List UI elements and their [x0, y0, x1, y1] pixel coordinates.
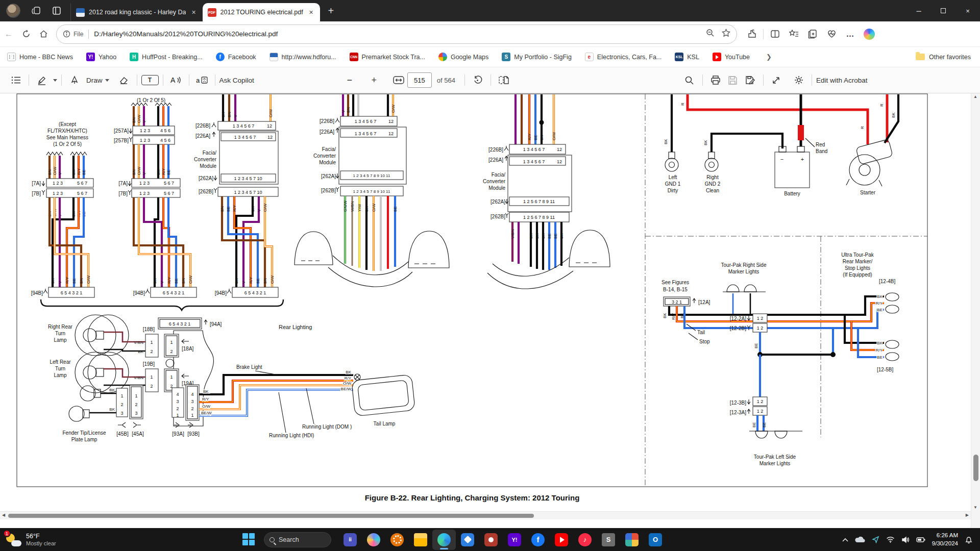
draw-label[interactable]: Draw — [86, 77, 103, 84]
taskbar-app-yahoo[interactable]: Y! — [503, 530, 526, 550]
edit-with-acrobat-button[interactable]: Edit with Acrobat — [816, 77, 868, 84]
connector-label: [18A] — [182, 346, 194, 352]
horizontal-scroll-thumb[interactable] — [8, 514, 534, 518]
browser-essentials-icon[interactable] — [824, 27, 839, 42]
scroll-left-arrow[interactable]: ◀ — [2, 513, 5, 517]
horizontal-scrollbar[interactable]: ◀ ▶ — [0, 511, 971, 519]
taskbar-app-paint[interactable] — [620, 530, 644, 550]
back-icon[interactable]: ← — [0, 26, 17, 43]
favorite-item[interactable]: http://www.hdforu... — [270, 53, 336, 61]
notification-bell-icon[interactable] — [965, 536, 973, 544]
scroll-up-arrow[interactable]: ▲ — [973, 94, 977, 99]
page-view-icon[interactable] — [495, 71, 512, 89]
favorites-overflow-chevron[interactable]: ❯ — [766, 53, 772, 61]
favorite-item[interactable]: HHuffPost - Breaking... — [130, 53, 203, 61]
favorite-item[interactable]: eElectronics, Cars, Fa... — [585, 53, 662, 61]
profile-avatar[interactable] — [6, 4, 20, 18]
table-of-contents-icon[interactable] — [7, 71, 24, 89]
taskbar-app-red[interactable] — [479, 530, 503, 550]
favorite-item[interactable]: fFacebook — [216, 53, 256, 61]
pdf-settings-gear-icon[interactable] — [790, 71, 807, 89]
workspaces-icon[interactable] — [32, 6, 41, 15]
split-screen-icon[interactable] — [767, 27, 782, 42]
url-field[interactable]: File D:/Harley%20Manuals/2012%20TOURING%… — [56, 24, 737, 44]
search-document-icon[interactable] — [681, 71, 698, 89]
highlighter-icon[interactable] — [33, 71, 51, 89]
favorite-item[interactable]: KSLKSL — [675, 53, 699, 61]
translate-icon[interactable]: a — [193, 71, 211, 89]
taskbar-app-file-explorer[interactable] — [409, 530, 432, 550]
wire-label: R/Y — [65, 277, 69, 284]
eraser-icon[interactable] — [115, 71, 133, 89]
favorite-item[interactable]: Y!Yahoo — [86, 53, 116, 61]
settings-menu-icon[interactable]: … — [843, 27, 858, 42]
taskbar-app-facebook[interactable]: f — [526, 530, 550, 550]
extensions-icon[interactable] — [744, 27, 760, 42]
wifi-icon[interactable] — [886, 536, 895, 543]
taskbar-app-photos[interactable] — [456, 530, 479, 550]
ask-copilot-button[interactable]: Ask Copilot — [219, 77, 254, 84]
tab-touring-pdf[interactable]: 2012 TOURING electrical.pdf × — [203, 3, 320, 21]
start-button[interactable] — [242, 533, 256, 546]
taskbar-app-outlook[interactable]: O — [644, 530, 667, 550]
location-icon[interactable] — [872, 536, 879, 543]
print-icon[interactable] — [707, 71, 724, 89]
zoom-in-icon[interactable]: + — [365, 71, 383, 89]
read-aloud-icon[interactable]: A — [167, 71, 185, 89]
rotate-icon[interactable] — [469, 71, 486, 89]
copilot-icon[interactable] — [862, 27, 877, 42]
new-tab-button[interactable]: + — [328, 5, 334, 17]
vertical-scroll-thumb[interactable] — [973, 455, 978, 481]
favorite-item[interactable]: ⋮⋮Home - BBC News — [7, 53, 73, 61]
scroll-right-arrow[interactable]: ▶ — [966, 513, 969, 517]
favorite-item[interactable]: Google Maps — [438, 53, 488, 61]
volume-icon[interactable] — [901, 536, 910, 543]
minimize-button[interactable]: ─ — [906, 0, 931, 21]
collections-icon[interactable] — [805, 27, 820, 42]
favorite-item[interactable]: CNNPremarket Stock Tra... — [350, 53, 425, 61]
favorite-item[interactable]: SMy Portfolio - SigFig — [502, 53, 572, 61]
tab-list-icon[interactable] — [52, 6, 61, 15]
favorite-star-icon[interactable] — [722, 29, 730, 39]
vertical-scrollbar[interactable]: ▲ ▼ — [971, 93, 980, 528]
taskbar-app-copilot[interactable] — [362, 530, 385, 550]
scroll-down-arrow[interactable]: ▼ — [973, 505, 977, 510]
page-number-input[interactable] — [407, 72, 432, 88]
tab-close-icon[interactable]: × — [190, 8, 197, 16]
browser-action-icons: … — [744, 27, 877, 42]
zoom-out-icon[interactable]: − — [341, 71, 358, 89]
ground-label: Clean — [706, 188, 719, 193]
tray-chevron-icon[interactable] — [842, 538, 848, 542]
taskbar-app-edge-active[interactable] — [432, 530, 456, 550]
onedrive-icon[interactable] — [855, 536, 865, 543]
highlighter-dropdown-caret[interactable] — [53, 79, 57, 82]
tab-close-icon[interactable]: × — [307, 8, 314, 16]
taskbar-app-s[interactable]: S — [597, 530, 620, 550]
wire-label: Y/W — [357, 204, 362, 212]
taskbar-search[interactable]: Search — [264, 532, 331, 547]
fullscreen-icon[interactable] — [768, 71, 785, 89]
close-button[interactable]: × — [955, 0, 980, 21]
favorite-item[interactable]: YouTube — [713, 53, 750, 61]
home-icon[interactable] — [35, 26, 52, 43]
zoom-out-page-icon[interactable] — [706, 29, 715, 39]
taskbar-app-youtube[interactable] — [550, 530, 573, 550]
maximize-button[interactable] — [931, 0, 955, 21]
save-icon[interactable] — [724, 71, 742, 89]
add-text-icon[interactable]: T — [141, 75, 159, 85]
save-as-icon[interactable] — [742, 71, 759, 89]
battery-icon[interactable] — [916, 537, 925, 543]
favorites-list-icon[interactable] — [786, 27, 801, 42]
fit-to-width-icon[interactable] — [390, 71, 407, 89]
other-favorites-button[interactable]: Other favorites — [916, 54, 971, 61]
clock-widget[interactable]: 6:26 AM 9/30/2024 — [932, 532, 958, 547]
taskbar-app-teams[interactable]: ii — [338, 530, 362, 550]
draw-dropdown-caret[interactable] — [105, 79, 109, 82]
refresh-icon[interactable] — [17, 26, 35, 43]
taskbar-app-music[interactable]: ♪ — [573, 530, 597, 550]
weather-widget[interactable]: 1 56°F Mostly clear — [0, 533, 112, 547]
taskbar-app-settings[interactable] — [385, 530, 409, 550]
tab-road-king[interactable]: 2012 road king classic - Harley Da × — [70, 4, 203, 21]
pin-numbers: 1 2 — [757, 325, 764, 331]
draw-pen-icon[interactable] — [66, 71, 83, 89]
